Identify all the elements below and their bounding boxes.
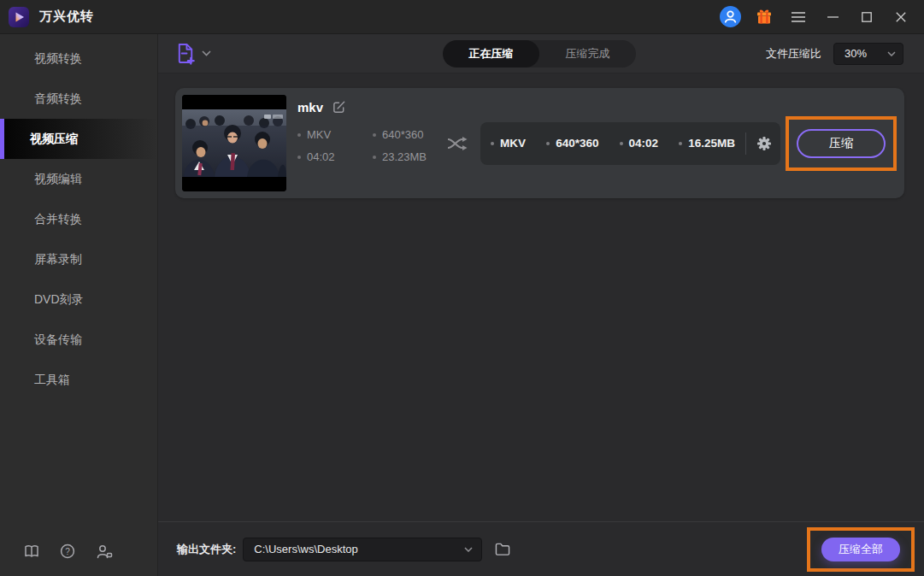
add-file-button[interactable] (175, 42, 211, 65)
sidebar-item-video-convert[interactable]: 视频转换 (0, 38, 157, 79)
contact-us-icon[interactable] (96, 544, 113, 559)
chevron-down-icon (887, 51, 896, 56)
chevron-down-icon (464, 547, 473, 552)
main-area: 正在压缩 压缩完成 文件压缩比 30% (158, 34, 924, 576)
sidebar-item-dvd-burn[interactable]: DVD刻录 (0, 279, 157, 320)
convert-to-arrow-icon (446, 134, 468, 153)
chevron-down-icon (202, 50, 211, 56)
sidebar-footer: ? (24, 544, 113, 559)
output-settings-gear-icon[interactable] (756, 136, 772, 151)
output-settings-panel: MKV 640*360 04:02 16.25MB (480, 122, 780, 165)
sidebar-item-video-edit[interactable]: 视频编辑 (0, 159, 157, 199)
open-folder-icon[interactable] (494, 542, 511, 556)
source-resolution: 640*360 (373, 128, 444, 141)
sidebar-item-device-transfer[interactable]: 设备传输 (0, 320, 157, 360)
sidebar-item-screen-record[interactable]: 屏幕录制 (0, 239, 157, 279)
divider (745, 132, 746, 155)
titlebar: 万兴优转 (0, 0, 924, 34)
output-folder-label: 输出文件夹: (177, 542, 236, 557)
user-avatar-icon[interactable] (717, 4, 743, 30)
sidebar-item-audio-convert[interactable]: 音频转换 (0, 79, 157, 119)
compression-ratio-select[interactable]: 30% (833, 43, 903, 65)
file-task-row: mkv MKV 640*360 04:02 (175, 88, 904, 198)
sidebar-item-video-compress[interactable]: 视频压缩 (0, 119, 157, 159)
help-icon[interactable]: ? (60, 544, 75, 559)
sidebar-item-toolbox[interactable]: 工具箱 (0, 360, 157, 400)
video-thumbnail (182, 95, 286, 191)
svg-text:?: ? (65, 547, 70, 556)
source-size: 23.23MB (373, 150, 444, 163)
minimize-icon[interactable] (820, 4, 845, 30)
compression-ratio-label: 文件压缩比 (766, 46, 821, 62)
highlight-box-compress: 压缩 (786, 116, 897, 171)
sidebar: 视频转换 音频转换 视频压缩 视频编辑 合并转换 屏幕录制 DVD刻录 设备传输… (0, 34, 158, 576)
menu-icon[interactable] (786, 4, 811, 30)
source-duration: 04:02 (297, 150, 357, 163)
task-list: mkv MKV 640*360 04:02 (158, 73, 924, 521)
app-logo-icon (9, 7, 29, 27)
gift-icon[interactable] (751, 4, 777, 30)
compress-all-button[interactable]: 压缩全部 (821, 538, 900, 561)
main-toolbar: 正在压缩 压缩完成 文件压缩比 30% (158, 34, 924, 73)
tab-compressing[interactable]: 正在压缩 (443, 40, 539, 68)
sidebar-item-merge-convert[interactable]: 合并转换 (0, 199, 157, 239)
highlight-box-compress-all: 压缩全部 (807, 527, 915, 572)
output-folder-select[interactable]: C:\Users\ws\Desktop (243, 538, 482, 561)
output-duration: 04:02 (620, 137, 659, 150)
output-resolution: 640*360 (546, 137, 598, 150)
file-name: mkv (297, 100, 323, 115)
output-folder-path: C:\Users\ws\Desktop (254, 543, 357, 555)
output-format: MKV (491, 137, 526, 150)
app-title: 万兴优转 (39, 9, 94, 25)
compress-button[interactable]: 压缩 (797, 129, 886, 158)
user-guide-book-icon[interactable] (24, 544, 39, 558)
output-size: 16.25MB (679, 137, 735, 150)
app-window: 万兴优转 (0, 0, 924, 576)
rename-edit-icon[interactable] (332, 100, 346, 115)
source-file-info: mkv MKV 640*360 04:02 (297, 95, 444, 163)
titlebar-controls (717, 4, 914, 30)
compression-ratio-value: 30% (845, 47, 867, 60)
tab-compress-finished[interactable]: 压缩完成 (539, 40, 636, 68)
source-format: MKV (297, 128, 357, 141)
footer-bar: 输出文件夹: C:\Users\ws\Desktop 压缩全部 (158, 521, 924, 576)
compress-status-tabs: 正在压缩 压缩完成 (443, 40, 636, 68)
maximize-icon[interactable] (854, 4, 880, 30)
close-icon[interactable] (888, 4, 914, 30)
